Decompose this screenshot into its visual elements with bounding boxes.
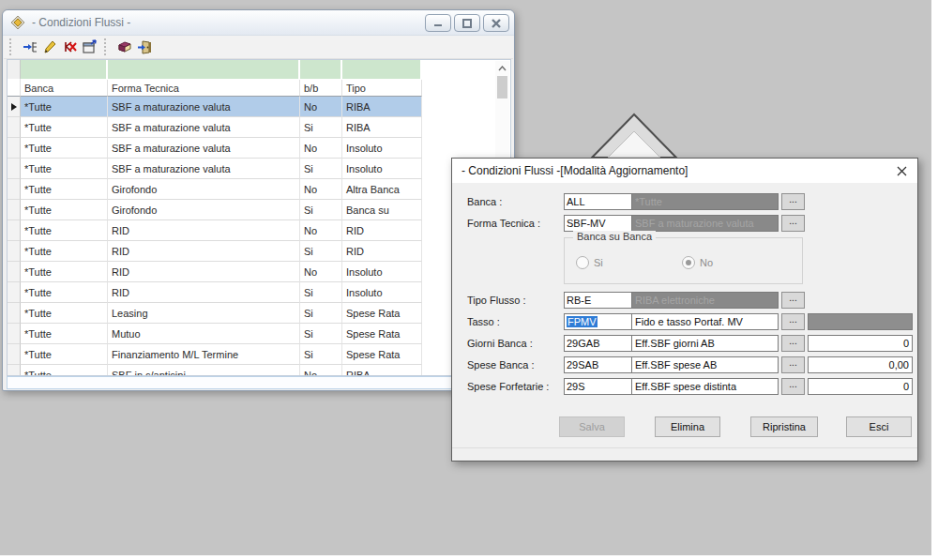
description-field[interactable]: Eff.SBF giorni AB: [631, 335, 779, 352]
table-row[interactable]: *TutteRIDNoRID: [8, 220, 422, 241]
code-input[interactable]: 29S: [564, 378, 632, 395]
description-field[interactable]: Eff.SBF spese distinta: [631, 378, 779, 395]
row-selector-cell[interactable]: [8, 344, 21, 365]
lookup-ellipsis-button[interactable]: ...: [781, 292, 805, 309]
lookup-ellipsis-button[interactable]: ...: [781, 335, 805, 352]
cell[interactable]: *Tutte: [21, 179, 108, 200]
cell[interactable]: Insoluto: [342, 262, 422, 282]
lookup-ellipsis-button[interactable]: ...: [781, 313, 805, 330]
cell[interactable]: No: [300, 262, 342, 282]
help-book-button[interactable]: [114, 38, 134, 56]
maximize-button[interactable]: [454, 14, 480, 32]
row-selector-cell[interactable]: [8, 200, 21, 220]
row-selector-cell[interactable]: [8, 303, 21, 324]
cell[interactable]: *Tutte: [21, 117, 108, 138]
cell[interactable]: Si: [300, 241, 342, 262]
table-row[interactable]: *TutteRIDSiRID: [8, 241, 422, 262]
table-row[interactable]: *TutteLeasingSiSpese Rata: [8, 303, 422, 324]
cell[interactable]: Si: [300, 324, 342, 344]
row-selector-cell[interactable]: [8, 117, 21, 138]
lookup-ellipsis-button[interactable]: ...: [781, 215, 805, 232]
cell[interactable]: *Tutte: [21, 159, 108, 179]
lookup-ellipsis-button[interactable]: ...: [781, 193, 805, 210]
cell[interactable]: No: [300, 220, 342, 241]
cell[interactable]: No: [300, 179, 342, 200]
insert-record-button[interactable]: [20, 38, 39, 56]
row-selector-cell[interactable]: [8, 365, 21, 376]
column-header-banca[interactable]: Banca: [21, 80, 108, 97]
properties-button[interactable]: [79, 38, 98, 56]
row-selector-cell[interactable]: [8, 282, 21, 303]
code-input[interactable]: 29GAB: [564, 335, 632, 352]
cell[interactable]: Leasing: [108, 303, 300, 324]
code-input[interactable]: RB-E: [564, 292, 632, 309]
table-row[interactable]: *TutteSBF a maturazione valutaSiRIBA: [8, 117, 422, 138]
table-row[interactable]: *TutteRIDNoInsoluto: [8, 262, 422, 282]
table-row[interactable]: *TutteSBF in c/anticipiNoRIBA: [8, 365, 422, 376]
cell[interactable]: RID: [108, 262, 300, 282]
table-row[interactable]: *TutteSBF a maturazione valutaNoRIBA: [8, 97, 422, 117]
table-row[interactable]: *TutteRIDSiInsoluto: [8, 282, 422, 303]
cell[interactable]: Insoluto: [342, 138, 422, 159]
elimina-button[interactable]: Elimina: [655, 416, 720, 437]
cell[interactable]: *Tutte: [21, 344, 108, 365]
row-selector-cell[interactable]: [8, 179, 21, 200]
cell[interactable]: Finanziamento M/L Termine: [108, 344, 300, 365]
cell[interactable]: Mutuo: [108, 324, 300, 344]
close-button[interactable]: [483, 14, 509, 32]
cell[interactable]: RID: [108, 220, 300, 241]
description-field[interactable]: Eff.SBF spese AB: [631, 356, 779, 373]
table-row[interactable]: *TutteSBF a maturazione valutaSiInsoluto: [8, 159, 422, 179]
cell[interactable]: RID: [108, 241, 300, 262]
description-field[interactable]: Fido e tasso Portaf. MV: [631, 313, 779, 330]
value-input[interactable]: 0: [808, 378, 913, 395]
value-input[interactable]: 0,00: [808, 356, 913, 373]
column-header-formatecnica[interactable]: Forma Tecnica: [108, 80, 300, 97]
cell[interactable]: *Tutte: [21, 303, 108, 324]
cell[interactable]: No: [300, 138, 342, 159]
cell[interactable]: Si: [300, 117, 342, 138]
row-selector-cell[interactable]: [8, 97, 21, 117]
code-input[interactable]: ALL: [564, 193, 632, 210]
cell[interactable]: *Tutte: [21, 97, 108, 117]
filter-cell-formatecnica[interactable]: [108, 60, 300, 80]
lookup-ellipsis-button[interactable]: ...: [781, 356, 805, 373]
row-selector-cell[interactable]: [8, 159, 21, 179]
cell[interactable]: Banca su: [342, 200, 422, 220]
cell[interactable]: *Tutte: [21, 324, 108, 344]
cell[interactable]: SBF in c/anticipi: [108, 365, 300, 376]
delete-record-button[interactable]: [59, 38, 79, 56]
cell[interactable]: Spese Rata: [342, 344, 422, 365]
cell[interactable]: *Tutte: [21, 365, 108, 376]
scroll-up-button[interactable]: [495, 63, 509, 74]
cell[interactable]: No: [300, 365, 342, 376]
edit-button[interactable]: [39, 38, 59, 56]
cell[interactable]: Insoluto: [342, 159, 422, 179]
table-row[interactable]: *TutteGirofondoSiBanca su: [8, 200, 422, 220]
filter-cell-banca[interactable]: [21, 60, 108, 80]
cell[interactable]: Girofondo: [108, 179, 300, 200]
minimize-button[interactable]: [425, 14, 451, 32]
cell[interactable]: SBF a maturazione valuta: [108, 159, 300, 179]
cell[interactable]: *Tutte: [21, 282, 108, 303]
cell[interactable]: *Tutte: [21, 262, 108, 282]
cell[interactable]: RIBA: [342, 365, 422, 376]
main-titlebar[interactable]: - Condizioni Flussi -: [3, 10, 514, 36]
cell[interactable]: Insoluto: [342, 282, 422, 303]
cell[interactable]: Si: [300, 303, 342, 324]
cell[interactable]: *Tutte: [21, 241, 108, 262]
row-selector-cell[interactable]: [8, 241, 21, 262]
dialog-close-button[interactable]: [885, 159, 917, 183]
table-row[interactable]: *TutteMutuoSiSpese Rata: [8, 324, 422, 344]
value-input[interactable]: 0: [808, 335, 913, 352]
cell[interactable]: Si: [300, 159, 342, 179]
cell[interactable]: RIBA: [342, 117, 422, 138]
cell[interactable]: SBF a maturazione valuta: [108, 138, 300, 159]
column-header-tipo[interactable]: Tipo: [342, 80, 422, 97]
table-row[interactable]: *TutteSBF a maturazione valutaNoInsoluto: [8, 138, 422, 159]
lookup-ellipsis-button[interactable]: ...: [781, 378, 805, 395]
column-header-bb[interactable]: b/b: [300, 80, 342, 97]
ripristina-button[interactable]: Ripristina: [750, 416, 818, 437]
cell[interactable]: *Tutte: [21, 200, 108, 220]
cell[interactable]: *Tutte: [21, 220, 108, 241]
